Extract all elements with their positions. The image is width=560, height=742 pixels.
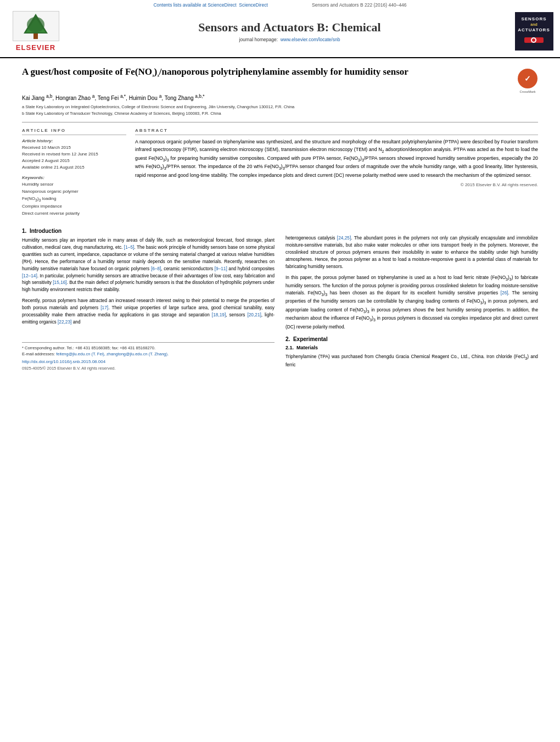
journal-header: Contents lists available at ScienceDirec… (0, 0, 560, 58)
homepage-label: journal homepage: (239, 37, 278, 42)
citation-text: Sensors and Actuators B 222 (2016) 440–4… (312, 2, 406, 8)
badge-sensors: SENSORS (518, 16, 550, 22)
body-section: 1. Introduction Humidity sensors play an… (0, 217, 560, 371)
affiliations: a State Key Laboratory on Integrated Opt… (22, 104, 538, 116)
right-para2: In this paper, the porous polymer based … (285, 274, 538, 331)
article-section: A guest/host composite of Fe(NO3)3/nanop… (0, 58, 560, 217)
crossmark-svg: ✓ (517, 68, 538, 89)
right-para1: heterogeneous catalysis [24,25]. The abu… (285, 235, 538, 270)
sensors-badge: SENSORS and ACTUATORS (513, 12, 555, 51)
homepage-url[interactable]: www.elsevier.com/locate/snb (281, 37, 340, 42)
intro-title: 1. Introduction (22, 228, 275, 234)
contents-label: Contents lists available at ScienceDirec… (153, 2, 236, 8)
separator (22, 122, 538, 122)
body-left: 1. Introduction Humidity sensors play an… (22, 224, 275, 371)
keywords-heading: Keywords: (22, 175, 126, 180)
affiliation-a: a State Key Laboratory on Integrated Opt… (22, 104, 538, 110)
doi-link[interactable]: http://dx.doi.org/10.1016/j.snb.2015.08.… (22, 359, 275, 364)
tree-svg (14, 13, 58, 40)
journal-title: Sensors and Actuators B: Chemical (71, 20, 508, 35)
crossmark-label: CrossMark (517, 90, 538, 93)
badge-and: and (518, 22, 550, 27)
footnote-area: * Corresponding author. Tel.: +86 431 85… (22, 342, 275, 371)
badge-actuators: ACTUATORS (518, 27, 550, 33)
email-fei[interactable]: feiteng@jlu.edu.cn (T. Fei), (56, 352, 105, 356)
svg-point-6 (532, 38, 535, 42)
experimental-title: 2. Experimental (285, 336, 538, 342)
footnote-corresponding: * Corresponding author. Tel.: +86 431 85… (22, 345, 275, 351)
journal-homepage: journal homepage: www.elsevier.com/locat… (71, 37, 508, 42)
article-info-heading: ARTICLE INFO (22, 128, 126, 135)
materials-title: 2.1. Materials (285, 345, 538, 350)
received-date: Received 10 March 2015 (22, 144, 126, 151)
page: Contents lists available at ScienceDirec… (0, 0, 560, 742)
accepted-date: Accepted 2 August 2015 (22, 158, 126, 164)
keyword-4: Complex impedance (22, 203, 126, 210)
issn-line: 0925-4005/© 2015 Elsevier B.V. All right… (22, 366, 275, 371)
article-info-col: ARTICLE INFO Article history: Received 1… (22, 128, 126, 217)
intro-para2: Recently, porous polymers have attracted… (22, 297, 275, 325)
crossmark-badge: ✓ CrossMark (517, 68, 538, 89)
materials-text: Triphenylamine (TPA) was purchased from … (285, 353, 538, 369)
elsevier-tree-image (13, 11, 59, 41)
footnote-email: E-mail addresses: feiteng@jlu.edu.cn (T.… (22, 351, 275, 357)
title-row: A guest/host composite of Fe(NO3)3/nanop… (22, 66, 538, 89)
svg-point-3 (27, 17, 44, 32)
header-flex: ELSEVIER Sensors and Actuators B: Chemic… (0, 9, 560, 54)
intro-para1: Humidity sensors play an important role … (22, 237, 275, 293)
email-zhang[interactable]: zhangtong@jlu.edu.cn (T. Zhang). (107, 352, 169, 356)
keyword-3: Fe(NO3)3 loading (22, 196, 126, 203)
sciencedirect-link[interactable]: ScienceDirect (239, 2, 267, 8)
keyword-2: Nanoporous organic polymer (22, 188, 126, 196)
elsevier-logo: ELSEVIER (5, 11, 66, 52)
article-title: A guest/host composite of Fe(NO3)3/nanop… (22, 66, 517, 79)
keyword-5: Direct current reverse polarity (22, 210, 126, 217)
sciencedirect-bar: Contents lists available at ScienceDirec… (0, 0, 560, 9)
svg-rect-0 (33, 34, 38, 39)
elsevier-wordmark: ELSEVIER (16, 43, 55, 52)
sensors-badge-box: SENSORS and ACTUATORS (515, 12, 553, 51)
badge-icon (524, 35, 544, 45)
abstract-text: A nanoporous organic polymer based on tr… (135, 138, 538, 179)
authors-line: Kai Jiang a,b, Hongran Zhao a, Teng Fei … (22, 93, 538, 101)
copyright-line: © 2015 Elsevier B.V. All rights reserved… (135, 182, 538, 187)
article-info-abstract: ARTICLE INFO Article history: Received 1… (22, 128, 538, 217)
affiliation-b: b State Key Laboratory of Transducer Tec… (22, 111, 538, 117)
keyword-1: Humidity sensor (22, 181, 126, 188)
body-right: heterogeneous catalysis [24,25]. The abu… (285, 224, 538, 371)
body-two-col: 1. Introduction Humidity sensors play an… (22, 224, 538, 371)
abstract-col: ABSTRACT A nanoporous organic polymer ba… (135, 128, 538, 217)
svg-text:✓: ✓ (524, 74, 531, 83)
history-label: Article history: (22, 138, 126, 143)
abstract-heading: ABSTRACT (135, 128, 538, 135)
available-date: Available online 21 August 2015 (22, 164, 126, 171)
received-revised-date: Received in revised form 12 June 2015 (22, 151, 126, 158)
header-center: Sensors and Actuators B: Chemical journa… (66, 20, 513, 42)
